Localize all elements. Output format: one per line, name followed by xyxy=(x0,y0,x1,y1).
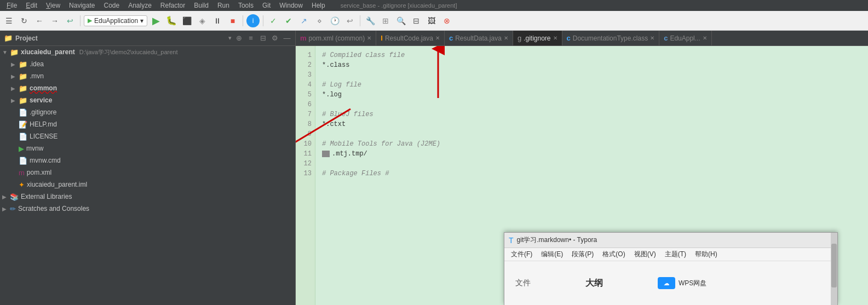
tree-mvn[interactable]: ▶ 📁 .mvn xyxy=(0,70,295,82)
service-arrow-icon: ▶ xyxy=(11,97,16,103)
main-layout: 📁 Project ▾ ⊕ ≡ ⊟ ⚙ — ▼ 📁 xiucaiedu_pare… xyxy=(0,31,868,305)
run-config2[interactable]: ⊞ xyxy=(379,14,392,27)
tree-scratches[interactable]: ▶ ✏ Scratches and Consoles xyxy=(0,203,295,215)
typora-menu-format[interactable]: 格式(O) xyxy=(598,248,629,261)
git-fetch-button[interactable]: ✓ xyxy=(267,14,280,27)
tab-gitignore[interactable]: g .gitignore ✕ xyxy=(513,31,562,45)
git-checkmark[interactable]: ✔ xyxy=(282,14,295,27)
menu-refactor[interactable]: Refactor xyxy=(156,0,189,11)
block-button[interactable]: ⊗ xyxy=(440,14,453,27)
pause-button[interactable]: ⏸ xyxy=(211,14,224,27)
mvnw-file-icon: ▶ xyxy=(19,145,24,153)
menu-window[interactable]: Window xyxy=(275,0,307,11)
code-line-12 xyxy=(322,159,861,169)
scrollbar[interactable] xyxy=(831,233,837,305)
settings-button[interactable]: 🔧 xyxy=(364,14,377,27)
tab-doctype-close[interactable]: ✕ xyxy=(650,35,654,41)
coverage-button[interactable]: ⬛ xyxy=(180,14,193,27)
tree-iml[interactable]: ▶ ✦ xiucaiedu_parent.iml xyxy=(0,179,295,191)
window-title: service_base - .gitignore [xiucaiedu_par… xyxy=(330,2,866,9)
menu-build[interactable]: Build xyxy=(189,0,213,11)
tree-pom[interactable]: ▶ m pom.xml xyxy=(0,166,295,179)
code-line-13: # Package Files # xyxy=(322,169,861,179)
tab-gitignore-close[interactable]: ✕ xyxy=(553,35,557,41)
scrollbar-thumb[interactable] xyxy=(831,244,837,287)
tab-resultcode-close[interactable]: ✕ xyxy=(435,35,440,41)
wps-badge[interactable]: ☁ WPS网盘 xyxy=(658,277,706,289)
pom-name: pom.xml xyxy=(27,169,51,176)
common-folder-icon: 📁 xyxy=(19,84,27,93)
stop-button[interactable]: ■ xyxy=(226,14,239,27)
tab-eduapp-icon: c xyxy=(664,34,668,42)
typora-menu-theme[interactable]: 主题(T) xyxy=(660,248,691,261)
code-line-3 xyxy=(322,70,861,80)
tree-external[interactable]: ▶ 📚 External Libraries xyxy=(0,191,295,203)
toolbar-back[interactable]: ← xyxy=(33,14,46,27)
tree-gitignore[interactable]: ▶ 📄 .gitignore xyxy=(0,106,295,118)
tree-common[interactable]: ▶ 📁 common xyxy=(0,82,295,94)
debug-button[interactable]: 🐛 xyxy=(165,14,178,27)
menu-run[interactable]: Run xyxy=(213,0,234,11)
run-button[interactable]: ▶ xyxy=(150,14,163,27)
tab-pom[interactable]: m pom.xml (common) ✕ xyxy=(296,31,376,45)
typora-menu-edit[interactable]: 编辑(E) xyxy=(537,248,567,261)
tab-eduapp[interactable]: c EduAppl... ✕ xyxy=(659,31,712,45)
sidebar-gear-icon[interactable]: ⚙ xyxy=(270,33,280,43)
tab-pom-close[interactable]: ✕ xyxy=(367,35,371,41)
toolbar-forward[interactable]: → xyxy=(48,14,61,27)
code-line-8: *.ctxt xyxy=(322,119,861,129)
external-name: External Libraries xyxy=(21,193,72,200)
toolbar-revert[interactable]: ↩ xyxy=(64,14,77,27)
git-pull-button[interactable]: ⋄ xyxy=(313,14,326,27)
profile-button[interactable]: ◈ xyxy=(196,14,209,27)
typora-menu-help[interactable]: 帮助(H) xyxy=(691,248,722,261)
tree-license[interactable]: ▶ 📄 LICENSE xyxy=(0,130,295,142)
menu-analyze[interactable]: Analyze xyxy=(124,0,156,11)
menu-edit[interactable]: Edit xyxy=(21,0,42,11)
code-line-5: *.log xyxy=(322,90,861,100)
compare-button[interactable]: ⊟ xyxy=(410,14,423,27)
images-button[interactable]: 🖼 xyxy=(425,14,438,27)
sidebar-locate-icon[interactable]: ⊕ xyxy=(234,33,244,43)
external-arrow-icon: ▶ xyxy=(2,194,8,200)
tree-root[interactable]: ▼ 📁 xiucaiedu_parent D:\java学习\demo2\xiu… xyxy=(0,46,295,58)
tab-resultcode-label: ResultCode.java xyxy=(385,34,433,42)
sidebar-sort-icon[interactable]: ≡ xyxy=(246,33,256,43)
menu-navigate[interactable]: Navigate xyxy=(65,0,99,11)
menu-view[interactable]: View xyxy=(42,0,65,11)
history-button[interactable]: 🕐 xyxy=(328,14,341,27)
tab-resultdata-close[interactable]: ✕ xyxy=(504,35,508,41)
tree-mvnw[interactable]: ▶ ▶ mvnw xyxy=(0,142,295,154)
tab-resultdata[interactable]: c ResultData.java ✕ xyxy=(445,31,513,45)
menu-file[interactable]: File xyxy=(2,0,21,11)
tree-mvnwcmd[interactable]: ▶ 📄 mvnw.cmd xyxy=(0,154,295,166)
divider2 xyxy=(243,15,243,26)
run-config-icon: ▶ xyxy=(88,17,92,24)
menu-git[interactable]: Git xyxy=(258,0,275,11)
mvn-arrow-icon: ▶ xyxy=(11,73,16,79)
tab-resultcode[interactable]: I ResultCode.java ✕ xyxy=(376,31,445,45)
typora-app-icon: T xyxy=(509,236,514,245)
menu-code[interactable]: Code xyxy=(99,0,124,11)
toolbar-hamburger[interactable]: ☰ xyxy=(2,14,15,27)
info-button[interactable]: i xyxy=(246,14,260,27)
tab-doctype[interactable]: c DocumentationType.class ✕ xyxy=(562,31,660,45)
typora-menu-paragraph[interactable]: 段落(P) xyxy=(567,248,598,261)
revert-button[interactable]: ↩ xyxy=(343,14,357,27)
mvn-name: .mvn xyxy=(30,72,44,80)
tree-idea[interactable]: ▶ 📁 .idea xyxy=(0,58,295,70)
sidebar-collapse-icon[interactable]: ⊟ xyxy=(258,33,268,43)
git-push-button[interactable]: ↗ xyxy=(297,14,311,27)
toolbar-refresh[interactable]: ↻ xyxy=(18,14,31,27)
tab-eduapp-close[interactable]: ✕ xyxy=(703,35,707,41)
sidebar-minimize-icon[interactable]: — xyxy=(282,33,292,43)
typora-menu-file[interactable]: 文件(F) xyxy=(507,248,537,261)
run-config-dropdown[interactable]: ▶ EduApplication ▾ xyxy=(84,15,147,26)
search-button[interactable]: 🔍 xyxy=(394,14,407,27)
menu-help[interactable]: Help xyxy=(307,0,330,11)
tree-service[interactable]: ▶ 📁 service xyxy=(0,94,295,106)
tree-help[interactable]: ▶ 📝 HELP.md xyxy=(0,118,295,130)
typora-menu-view[interactable]: 视图(V) xyxy=(630,248,660,261)
menu-tools[interactable]: Tools xyxy=(234,0,258,11)
idea-folder-icon: 📁 xyxy=(19,60,27,68)
